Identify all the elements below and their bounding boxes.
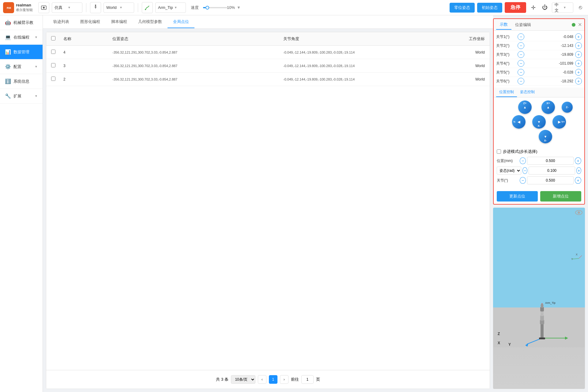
step-joint-minus[interactable]: − [520,177,526,184]
table-empty [46,86,490,370]
row3-name: 2 [63,77,112,81]
row2-checkbox[interactable] [51,63,55,67]
sidebar: 🤖 机械臂示教 💻 在线编程 ▼ 📊 数据管理 ⚙️ 配置 ▼ ℹ️ 系统信息 … [0,15,43,392]
step-pos-plus[interactable]: + [575,157,581,164]
nav-logout[interactable]: ⎋ [576,3,585,12]
lang-arrow: ▼ [563,6,571,9]
divider2 [138,3,138,12]
per-page-select[interactable]: 10条/页 20条/页 50条/页 [231,375,255,384]
logo: RM realman 睿尔曼智能 [3,2,33,13]
row1-name: 4 [63,50,112,55]
btn-init[interactable]: 初始姿态 [477,3,502,13]
main-layout: 🤖 机械臂示教 💻 在线编程 ▼ 📊 数据管理 ⚙️ 配置 ▼ ℹ️ 系统信息 … [0,15,588,392]
joint-3-minus[interactable]: − [518,51,524,58]
sidebar-item-robot[interactable]: 🤖 机械臂示教 [0,15,43,30]
joint-6-plus[interactable]: + [575,78,582,85]
page-1-btn[interactable]: 1 [269,375,277,384]
sidebar-item-data[interactable]: 📊 数据管理 [0,45,43,59]
speed-slider-container[interactable] [201,7,225,8]
new-point-btn[interactable]: 新增点位 [540,191,581,202]
step-joint-plus[interactable]: + [575,177,581,184]
svg-text:X: X [576,253,578,256]
tab-graphic[interactable]: 图形化编程 [75,16,106,28]
panel-tab-edit[interactable]: 位姿编辑 [511,20,535,29]
next-page-btn[interactable]: › [280,375,288,384]
row2-check[interactable] [51,63,63,68]
joint-2-plus[interactable]: + [575,42,582,49]
nav-power[interactable]: ⏻ [540,3,549,12]
joint-2-label: 关节2(°) [496,43,518,48]
sim-dropdown[interactable]: 仿真 ▼ [52,2,82,13]
step-mode-checkbox[interactable] [497,149,501,154]
svg-rect-19 [541,323,544,338]
step-pose-select[interactable]: 姿态(rad) 姿态(°) [497,167,521,175]
step-pose-input[interactable] [529,167,575,175]
step-pos-input[interactable] [527,157,574,165]
joint-5-minus[interactable]: − [518,69,524,76]
dpad-zminus-corner[interactable]: Z- [562,102,573,113]
prev-page-btn[interactable]: ‹ [258,375,266,384]
sidebar-item-extend[interactable]: 🔧 扩展 ▼ [0,89,43,104]
ctrl-tab-pos[interactable]: 位置控制 [496,88,517,97]
joint-1-minus[interactable]: − [518,33,524,40]
btn-estop[interactable]: 急停 [505,2,526,13]
joint-2-minus[interactable]: − [518,42,524,49]
svg-rect-9 [493,307,585,347]
row1-checkbox[interactable] [51,50,55,54]
step-pos-minus[interactable]: − [520,157,526,164]
joint-1-plus[interactable]: + [575,33,582,40]
step-pose-minus[interactable]: − [522,167,527,174]
btn-zero[interactable]: 零位姿态 [450,3,475,13]
joint-1-value: -0.048 [524,35,575,39]
joint-6-minus[interactable]: − [518,78,524,85]
joint-4-plus[interactable]: + [575,60,582,67]
sidebar-item-online[interactable]: 💻 在线编程 ▼ [0,30,43,45]
speed-thumb[interactable] [205,6,209,9]
tab-script[interactable]: 脚本编程 [106,16,133,28]
row2-coord: World [454,64,485,68]
arm-icon [142,2,153,13]
tab-geometry[interactable]: 几何模型参数 [133,16,168,28]
joint-1-label: 关节1(°) [496,34,518,40]
row3-check[interactable] [51,77,63,82]
joint-4-minus[interactable]: − [518,60,524,67]
dpad-zminus-btn[interactable]: ▼ X- [532,115,546,129]
nav-icon-sim[interactable] [38,2,49,13]
data-table: 名称 位置姿态 关节角度 工作坐标 4 -356.32,121.291,300.… [46,32,490,389]
nav-crosshair[interactable]: ✛ [529,3,538,12]
dpad-yplus-btn[interactable]: ▶ Y+ [552,115,566,129]
dpad-yminus-btn[interactable]: ◀ Y- [512,115,526,129]
select-all-checkbox[interactable] [51,36,55,40]
sidebar-item-config[interactable]: ⚙️ 配置 ▼ [0,59,43,74]
tab-trajectory[interactable]: 轨迹列表 [48,16,75,28]
row3-checkbox[interactable] [51,77,55,81]
world-dropdown[interactable]: World ▼ [104,2,134,13]
speed-slider[interactable] [203,7,228,8]
row1-check[interactable] [51,50,63,55]
joint-5-plus[interactable]: + [575,69,582,76]
lang-dropdown[interactable]: 中文 ▼ [552,2,573,13]
update-point-btn[interactable]: 更新点位 [497,191,538,202]
dpad-xminus-btn[interactable]: ▼ X- [539,130,552,143]
step-joint-input[interactable] [527,176,574,184]
arm-dropdown[interactable]: Arm_Tip ▼ [155,2,186,13]
table-row: 3 -356.32,121.291,300.702,3.03,-0.854,2.… [46,59,490,73]
dpad-row-3: ▼ X- [526,130,552,143]
panel-tabs: 示数 位姿编辑 ✕ [494,19,584,31]
ctrl-tab-pose[interactable]: 姿态控制 [517,88,538,97]
panel-tab-show[interactable]: 示数 [496,20,511,30]
dpad-zplus-btn[interactable]: ▲ Z+ [518,100,532,114]
joint-row-1: 关节1(°) − -0.048 + [496,32,582,41]
speed-arrow[interactable]: ▼ [237,5,241,10]
dpad-xplus-btn[interactable]: ▲ X+ [541,100,555,114]
joint-5-label: 关节5(°) [496,70,518,75]
step-section: 步进模式(步长选择) 位置(mm) − + 姿态(rad) 姿态(°) − + [494,146,584,189]
step-pose-plus[interactable]: + [576,167,581,174]
panel-close-btn[interactable]: ✕ [578,22,582,28]
view-eye-icon[interactable] [575,210,582,216]
sidebar-item-sysinfo[interactable]: ℹ️ 系统信息 [0,74,43,89]
joint-3-plus[interactable]: + [575,51,582,58]
tab-global[interactable]: 全局点位 [168,16,194,28]
goto-input[interactable] [301,375,314,384]
dpad-row-2: ◀ Y- ▼ X- ▶ Y+ [512,115,566,129]
